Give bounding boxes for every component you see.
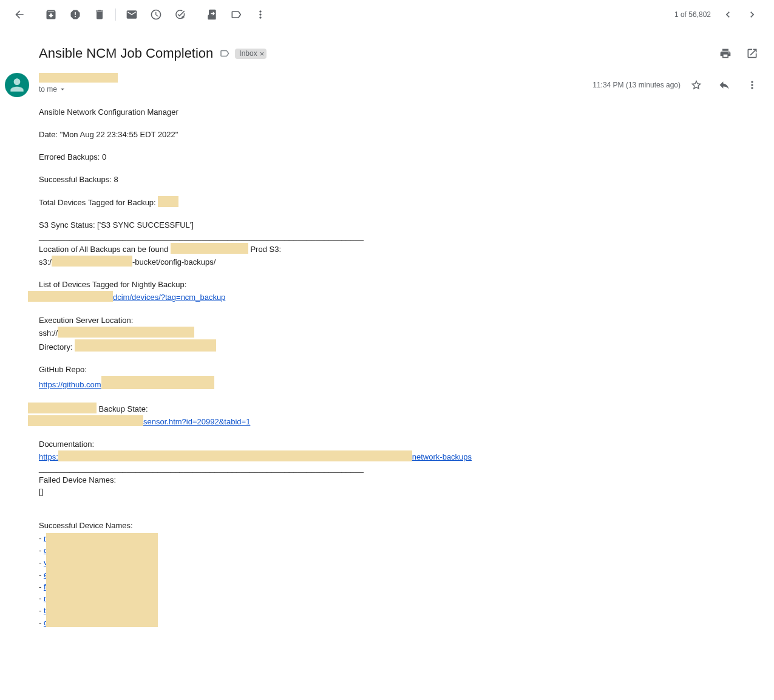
- open-in-new-icon: [746, 47, 758, 59]
- sender-name-redacted: [39, 73, 118, 83]
- listdev-label: List of Devices Tagged for Nightly Backu…: [39, 280, 186, 289]
- dropdown-icon: [58, 85, 67, 93]
- inbox-label-chip[interactable]: Inbox ×: [235, 49, 266, 59]
- body-tagged: Total Devices Tagged for Backup:: [39, 196, 764, 209]
- exec-loc-label: Execution Server Location:: [39, 316, 133, 325]
- trash-icon: [93, 8, 106, 21]
- divider: [115, 8, 116, 21]
- mark-unread-button[interactable]: [120, 2, 144, 27]
- body-s3status: S3 Sync Status: ['S3 SYNC SUCCESSFUL']: [39, 220, 194, 229]
- redacted: [158, 196, 178, 207]
- message-more-button[interactable]: [740, 73, 764, 97]
- arrow-left-icon: [13, 8, 25, 21]
- sender-row: to me 11:34 PM (13 minutes ago): [0, 70, 774, 100]
- sensor-link[interactable]: sensor.htm?id=20992&tabid=1: [143, 417, 250, 426]
- doc-label: Documentation:: [39, 440, 94, 449]
- avatar[interactable]: [5, 73, 29, 97]
- doc-link-prefix[interactable]: https:: [39, 452, 58, 461]
- redacted: [28, 415, 143, 426]
- chevron-left-icon: [722, 8, 734, 21]
- print-button[interactable]: [713, 41, 738, 66]
- email-body: Ansible Network Configuration Manager Da…: [0, 100, 774, 654]
- print-icon: [719, 47, 732, 59]
- pagination-counter: 1 of 56,802: [674, 10, 711, 19]
- open-new-window-button[interactable]: [740, 41, 764, 66]
- report-spam-icon: [69, 8, 81, 21]
- clock-icon: [150, 8, 162, 21]
- subject-actions: [713, 41, 764, 66]
- failed-list: []: [39, 487, 43, 496]
- spam-button[interactable]: [63, 2, 87, 27]
- sender-info: to me: [39, 73, 592, 93]
- failed-label: Failed Device Names:: [39, 475, 116, 484]
- labels-button[interactable]: [224, 2, 248, 27]
- remove-label-icon[interactable]: ×: [260, 49, 265, 58]
- redacted: [28, 291, 113, 302]
- redacted: [28, 403, 97, 413]
- hr2: ________________________________________…: [39, 464, 364, 473]
- body-successful: Successful Backups: 8: [39, 174, 764, 186]
- reply-button[interactable]: [712, 73, 736, 97]
- dcim-link[interactable]: dcim/devices/?tag=ncm_backup: [113, 293, 225, 302]
- add-task-icon: [174, 8, 186, 21]
- email-subject: Ansible NCM Job Completion: [39, 46, 213, 61]
- delete-button[interactable]: [87, 2, 112, 27]
- success-label: Successful Device Names:: [39, 521, 133, 530]
- email-time: 11:34 PM (13 minutes ago): [592, 81, 681, 89]
- redacted-block: [46, 533, 158, 627]
- toolbar-left: [7, 2, 273, 27]
- more-vert-icon: [746, 79, 758, 91]
- github-link[interactable]: https://github.com: [39, 380, 101, 389]
- mail-icon: [126, 8, 138, 21]
- more-vert-icon: [254, 8, 266, 21]
- to-text: to me: [39, 85, 57, 93]
- toolbar-right: 1 of 56,802: [674, 2, 764, 27]
- body-date: Date: "Mon Aug 22 23:34:55 EDT 2022": [39, 129, 764, 141]
- redacted: [52, 256, 132, 267]
- star-button[interactable]: [684, 73, 708, 97]
- redacted: [58, 450, 412, 461]
- recipient-line[interactable]: to me: [39, 85, 592, 93]
- redacted: [171, 243, 248, 254]
- star-icon: [690, 79, 702, 91]
- subject-row: Ansible NCM Job Completion Inbox ×: [0, 29, 774, 70]
- redacted: [75, 339, 216, 352]
- gh-label: GitHub Repo:: [39, 365, 87, 374]
- next-button[interactable]: [740, 2, 764, 27]
- redacted: [101, 376, 214, 389]
- person-icon: [7, 75, 27, 95]
- move-to-button[interactable]: [200, 2, 224, 27]
- move-folder-icon: [206, 8, 218, 21]
- toolbar: 1 of 56,802: [0, 0, 774, 29]
- back-button[interactable]: [7, 2, 32, 27]
- hr: ________________________________________…: [39, 232, 364, 241]
- label-icon: [230, 8, 242, 21]
- body-line: Ansible Network Configuration Manager: [39, 107, 764, 118]
- sender-meta: 11:34 PM (13 minutes ago): [592, 73, 764, 97]
- inbox-label-text: Inbox: [239, 49, 257, 58]
- reply-icon: [718, 79, 730, 91]
- add-task-button[interactable]: [168, 2, 192, 27]
- archive-icon: [45, 8, 57, 21]
- prev-button[interactable]: [716, 2, 740, 27]
- redacted: [58, 327, 194, 338]
- chevron-right-icon: [746, 8, 758, 21]
- important-icon[interactable]: [219, 48, 230, 59]
- doc-link-suffix[interactable]: network-backups: [412, 452, 472, 461]
- snooze-button[interactable]: [144, 2, 168, 27]
- body-errored: Errored Backups: 0: [39, 152, 764, 163]
- archive-button[interactable]: [39, 2, 63, 27]
- more-button[interactable]: [248, 2, 273, 27]
